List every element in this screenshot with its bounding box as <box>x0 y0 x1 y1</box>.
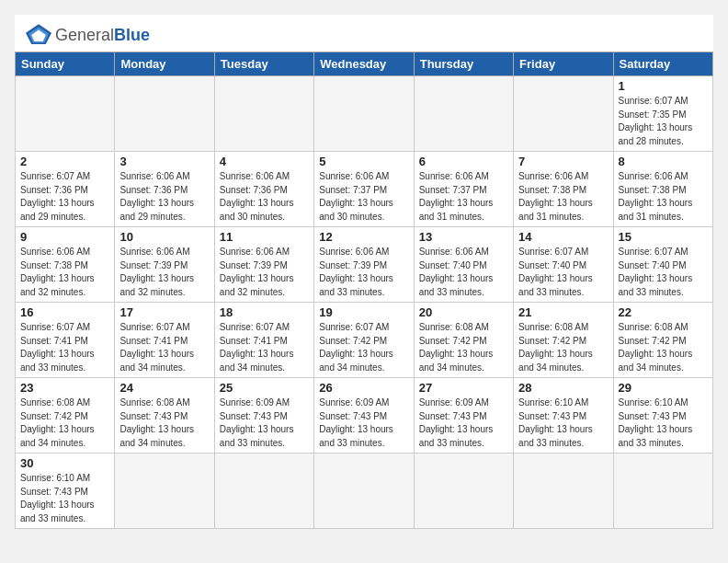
day-info: Sunrise: 6:10 AM Sunset: 7:43 PM Dayligh… <box>518 396 608 450</box>
day-info: Sunrise: 6:06 AM Sunset: 7:36 PM Dayligh… <box>220 170 309 224</box>
calendar-week-row: 16Sunrise: 6:07 AM Sunset: 7:41 PM Dayli… <box>16 303 713 378</box>
calendar-cell: 17Sunrise: 6:07 AM Sunset: 7:41 PM Dayli… <box>115 303 214 378</box>
weekday-header-row: SundayMondayTuesdayWednesdayThursdayFrid… <box>16 52 713 76</box>
day-number: 14 <box>518 230 608 244</box>
day-number: 15 <box>619 230 708 244</box>
calendar-cell <box>613 454 712 529</box>
day-info: Sunrise: 6:08 AM Sunset: 7:43 PM Dayligh… <box>119 396 209 450</box>
weekday-header: Saturday <box>613 52 712 76</box>
calendar-cell <box>514 454 613 529</box>
calendar-cell: 1Sunrise: 6:07 AM Sunset: 7:35 PM Daylig… <box>613 76 712 152</box>
day-info: Sunrise: 6:07 AM Sunset: 7:40 PM Dayligh… <box>619 246 708 299</box>
day-number: 18 <box>220 305 309 319</box>
day-number: 25 <box>220 381 309 395</box>
calendar-cell: 14Sunrise: 6:07 AM Sunset: 7:40 PM Dayli… <box>514 227 613 303</box>
calendar-cell: 12Sunrise: 6:06 AM Sunset: 7:39 PM Dayli… <box>314 227 414 303</box>
day-info: Sunrise: 6:06 AM Sunset: 7:38 PM Dayligh… <box>20 246 109 299</box>
day-info: Sunrise: 6:07 AM Sunset: 7:42 PM Dayligh… <box>319 321 408 374</box>
calendar-table: SundayMondayTuesdayWednesdayThursdayFrid… <box>15 52 713 529</box>
day-info: Sunrise: 6:06 AM Sunset: 7:38 PM Dayligh… <box>518 170 608 224</box>
logo-text: GeneralBlue <box>55 26 150 45</box>
day-info: Sunrise: 6:10 AM Sunset: 7:43 PM Dayligh… <box>619 396 708 450</box>
day-info: Sunrise: 6:07 AM Sunset: 7:41 PM Dayligh… <box>119 321 209 374</box>
day-info: Sunrise: 6:07 AM Sunset: 7:36 PM Dayligh… <box>20 170 109 224</box>
calendar-cell: 15Sunrise: 6:07 AM Sunset: 7:40 PM Dayli… <box>613 227 712 303</box>
calendar-cell: 19Sunrise: 6:07 AM Sunset: 7:42 PM Dayli… <box>314 303 414 378</box>
calendar-cell <box>314 76 414 152</box>
day-info: Sunrise: 6:09 AM Sunset: 7:43 PM Dayligh… <box>419 396 508 450</box>
day-number: 27 <box>419 381 508 395</box>
day-number: 2 <box>20 155 109 168</box>
day-info: Sunrise: 6:09 AM Sunset: 7:43 PM Dayligh… <box>319 396 408 450</box>
calendar-week-row: 1Sunrise: 6:07 AM Sunset: 7:35 PM Daylig… <box>16 76 713 152</box>
day-number: 19 <box>319 305 408 319</box>
day-info: Sunrise: 6:06 AM Sunset: 7:36 PM Dayligh… <box>119 170 209 224</box>
calendar-cell: 27Sunrise: 6:09 AM Sunset: 7:43 PM Dayli… <box>414 378 513 454</box>
calendar-week-row: 23Sunrise: 6:08 AM Sunset: 7:42 PM Dayli… <box>16 378 713 454</box>
calendar-cell: 6Sunrise: 6:06 AM Sunset: 7:37 PM Daylig… <box>414 152 513 227</box>
calendar-cell <box>214 454 313 529</box>
calendar-week-row: 2Sunrise: 6:07 AM Sunset: 7:36 PM Daylig… <box>16 152 713 227</box>
calendar-cell: 10Sunrise: 6:06 AM Sunset: 7:39 PM Dayli… <box>115 227 214 303</box>
day-number: 4 <box>220 155 309 168</box>
day-number: 21 <box>518 305 608 319</box>
day-number: 3 <box>119 155 209 168</box>
calendar-cell: 30Sunrise: 6:10 AM Sunset: 7:43 PM Dayli… <box>16 454 115 529</box>
day-info: Sunrise: 6:06 AM Sunset: 7:37 PM Dayligh… <box>419 170 508 224</box>
calendar-cell: 16Sunrise: 6:07 AM Sunset: 7:41 PM Dayli… <box>16 303 115 378</box>
calendar-cell <box>214 76 313 152</box>
day-info: Sunrise: 6:06 AM Sunset: 7:39 PM Dayligh… <box>220 246 309 299</box>
day-number: 5 <box>319 155 408 168</box>
day-number: 7 <box>518 155 608 168</box>
weekday-header: Friday <box>514 52 613 76</box>
day-number: 22 <box>619 305 708 319</box>
day-info: Sunrise: 6:08 AM Sunset: 7:42 PM Dayligh… <box>20 396 109 450</box>
calendar-cell: 8Sunrise: 6:06 AM Sunset: 7:38 PM Daylig… <box>613 152 712 227</box>
day-number: 12 <box>319 230 408 244</box>
day-info: Sunrise: 6:06 AM Sunset: 7:39 PM Dayligh… <box>319 246 408 299</box>
day-number: 9 <box>20 230 109 244</box>
day-number: 8 <box>619 155 708 168</box>
calendar-cell: 13Sunrise: 6:06 AM Sunset: 7:40 PM Dayli… <box>414 227 513 303</box>
day-number: 16 <box>20 305 109 319</box>
day-number: 30 <box>20 456 109 470</box>
calendar-cell: 28Sunrise: 6:10 AM Sunset: 7:43 PM Dayli… <box>514 378 613 454</box>
logo-icon <box>26 24 51 46</box>
calendar-container: GeneralBlue SundayMondayTuesdayWednesday… <box>15 15 713 529</box>
day-info: Sunrise: 6:06 AM Sunset: 7:37 PM Dayligh… <box>319 170 408 224</box>
logo: GeneralBlue <box>26 24 150 46</box>
weekday-header: Wednesday <box>314 52 414 76</box>
calendar-cell: 21Sunrise: 6:08 AM Sunset: 7:42 PM Dayli… <box>514 303 613 378</box>
calendar-cell <box>314 454 414 529</box>
calendar-cell: 18Sunrise: 6:07 AM Sunset: 7:41 PM Dayli… <box>214 303 313 378</box>
calendar-header: GeneralBlue <box>15 15 713 52</box>
day-info: Sunrise: 6:08 AM Sunset: 7:42 PM Dayligh… <box>518 321 608 374</box>
calendar-cell: 29Sunrise: 6:10 AM Sunset: 7:43 PM Dayli… <box>613 378 712 454</box>
day-info: Sunrise: 6:08 AM Sunset: 7:42 PM Dayligh… <box>619 321 708 374</box>
calendar-week-row: 30Sunrise: 6:10 AM Sunset: 7:43 PM Dayli… <box>16 454 713 529</box>
calendar-cell: 4Sunrise: 6:06 AM Sunset: 7:36 PM Daylig… <box>214 152 313 227</box>
day-info: Sunrise: 6:06 AM Sunset: 7:38 PM Dayligh… <box>619 170 708 224</box>
calendar-cell: 2Sunrise: 6:07 AM Sunset: 7:36 PM Daylig… <box>16 152 115 227</box>
day-info: Sunrise: 6:07 AM Sunset: 7:40 PM Dayligh… <box>518 246 608 299</box>
day-number: 6 <box>419 155 508 168</box>
calendar-cell <box>16 76 115 152</box>
calendar-week-row: 9Sunrise: 6:06 AM Sunset: 7:38 PM Daylig… <box>16 227 713 303</box>
calendar-cell: 11Sunrise: 6:06 AM Sunset: 7:39 PM Dayli… <box>214 227 313 303</box>
calendar-cell: 25Sunrise: 6:09 AM Sunset: 7:43 PM Dayli… <box>214 378 313 454</box>
day-number: 10 <box>119 230 209 244</box>
calendar-cell: 7Sunrise: 6:06 AM Sunset: 7:38 PM Daylig… <box>514 152 613 227</box>
calendar-cell: 26Sunrise: 6:09 AM Sunset: 7:43 PM Dayli… <box>314 378 414 454</box>
day-number: 13 <box>419 230 508 244</box>
calendar-cell: 23Sunrise: 6:08 AM Sunset: 7:42 PM Dayli… <box>16 378 115 454</box>
calendar-cell: 20Sunrise: 6:08 AM Sunset: 7:42 PM Dayli… <box>414 303 513 378</box>
day-number: 17 <box>119 305 209 319</box>
day-number: 26 <box>319 381 408 395</box>
day-number: 20 <box>419 305 508 319</box>
day-info: Sunrise: 6:07 AM Sunset: 7:35 PM Dayligh… <box>619 95 708 148</box>
day-number: 24 <box>119 381 209 395</box>
day-number: 1 <box>619 79 708 93</box>
day-info: Sunrise: 6:07 AM Sunset: 7:41 PM Dayligh… <box>220 321 309 374</box>
day-number: 29 <box>619 381 708 395</box>
calendar-cell <box>414 76 513 152</box>
